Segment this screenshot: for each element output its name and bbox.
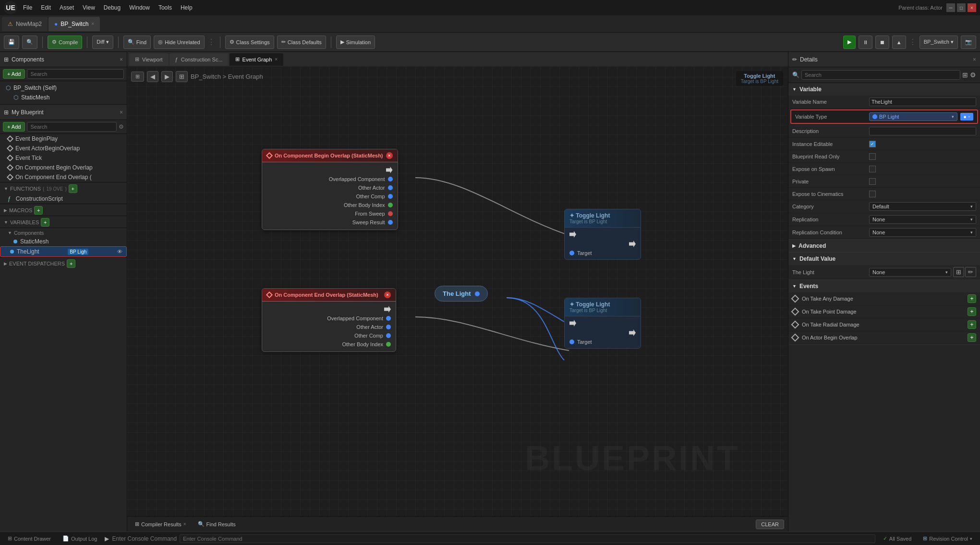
details-panel-close[interactable]: ×: [973, 56, 976, 63]
tab-bp-switch[interactable]: ● BP_Switch ×: [48, 17, 100, 31]
begin-overlap-close[interactable]: ×: [386, 152, 393, 159]
end-overlap-close[interactable]: ×: [384, 291, 391, 298]
menu-edit[interactable]: Edit: [37, 2, 55, 13]
advanced-section-header[interactable]: ▶ Advanced: [788, 240, 980, 252]
content-drawer-button[interactable]: ⊞ Content Drawer: [4, 534, 55, 543]
variable-type-select[interactable]: BP Light ▾: [869, 112, 957, 121]
take-any-damage-add-button[interactable]: +: [968, 294, 976, 303]
events-section-header[interactable]: ▼ Events: [788, 280, 980, 292]
var-thelight[interactable]: TheLight BP Ligh 👁: [0, 246, 127, 257]
class-settings-button[interactable]: ⚙ Class Settings: [225, 36, 274, 49]
details-settings-icon[interactable]: ⚙: [970, 71, 976, 79]
bp-event-tick[interactable]: Event Tick: [0, 153, 127, 163]
bp-construction-script[interactable]: ƒ ConstructionScript: [0, 194, 127, 204]
components-add-button[interactable]: + Add: [3, 69, 25, 79]
compile-button[interactable]: ⚙ Compile: [48, 36, 82, 49]
tab-event-graph[interactable]: ⊞ Event Graph ×: [230, 53, 284, 66]
bp-event-beginplay[interactable]: Event BeginPlay: [0, 134, 127, 144]
tree-item-staticmesh[interactable]: ⬡ StaticMesh: [0, 93, 127, 102]
close-button[interactable]: ×: [968, 3, 976, 12]
play-button[interactable]: ▶: [843, 36, 856, 49]
details-table-icon[interactable]: ⊞: [962, 71, 968, 79]
expose-cinematics-checkbox[interactable]: [869, 191, 876, 197]
tab-construction[interactable]: ƒ Construction Sc...: [169, 53, 229, 66]
expose-spawn-checkbox[interactable]: [869, 166, 876, 172]
bp-event-actor-begin-overlap[interactable]: Event ActorBeginOverlap: [0, 144, 127, 153]
variable-section-header[interactable]: ▼ Variable: [788, 83, 980, 96]
tab-bp-switch-close[interactable]: ×: [91, 21, 94, 26]
details-search-icon: 🔍: [792, 72, 799, 78]
class-defaults-button[interactable]: ✏ Class Defaults: [277, 36, 326, 49]
find-results-tab[interactable]: 🔍 Find Results: [194, 520, 240, 529]
diff-button[interactable]: Diff ▾: [92, 36, 113, 49]
variable-type-suffix[interactable]: ● ▾: [960, 113, 973, 121]
actor-begin-overlap-add-button[interactable]: +: [968, 333, 976, 342]
the-light-default-dropdown[interactable]: None ▾: [869, 268, 951, 277]
save-button[interactable]: 💾: [4, 36, 19, 49]
tab-newmap[interactable]: ⚠ NewMap2: [2, 17, 48, 31]
description-input[interactable]: [869, 127, 976, 135]
instance-editable-checkbox[interactable]: ✓: [869, 141, 876, 147]
menu-asset[interactable]: Asset: [56, 2, 78, 13]
nav-grid-button[interactable]: ⊞: [176, 71, 188, 82]
variables-add-button[interactable]: +: [41, 218, 49, 227]
dispatchers-add-button[interactable]: +: [67, 259, 75, 268]
the-light-edit-button[interactable]: ✏: [965, 267, 976, 277]
find-button[interactable]: 🔍 Find: [123, 36, 151, 49]
details-search-input[interactable]: [801, 70, 960, 80]
variable-name-input[interactable]: [869, 97, 976, 106]
camera-button[interactable]: 📷: [961, 36, 976, 49]
nav-forward-button[interactable]: ▶: [161, 71, 173, 82]
thelight-var-dot: [10, 250, 14, 254]
replication-dropdown[interactable]: None ▾: [869, 215, 976, 224]
nav-blueprint-button[interactable]: ⊞: [131, 72, 144, 82]
toggle-light-1-label: Toggle Light: [576, 212, 610, 219]
category-dropdown[interactable]: Default ▾: [869, 202, 976, 211]
my-blueprint-close[interactable]: ×: [120, 109, 123, 116]
maximize-button[interactable]: □: [957, 3, 966, 12]
tree-item-bp-switch[interactable]: ⬡ BP_Switch (Self): [0, 83, 127, 93]
menu-debug[interactable]: Debug: [100, 2, 124, 13]
components-panel-close[interactable]: ×: [120, 56, 123, 63]
menu-window[interactable]: Window: [125, 2, 154, 13]
tab-viewport[interactable]: ⊞ Viewport: [129, 53, 169, 66]
default-value-header[interactable]: ▼ Default Value: [788, 253, 980, 265]
private-checkbox[interactable]: [869, 178, 876, 185]
simulation-button[interactable]: ▶ Simulation: [336, 36, 375, 49]
menu-tools[interactable]: Tools: [155, 2, 176, 13]
components-search-input[interactable]: [27, 69, 124, 79]
menu-file[interactable]: File: [19, 2, 36, 13]
console-input[interactable]: [180, 534, 875, 543]
other-comp-pin-1: [388, 194, 393, 199]
replication-condition-dropdown[interactable]: None ▾: [869, 228, 976, 237]
functions-add-button[interactable]: +: [69, 184, 77, 193]
var-staticmesh[interactable]: StaticMesh: [0, 237, 127, 246]
take-radial-damage-add-button[interactable]: +: [968, 320, 976, 329]
revision-control-button[interactable]: ⊞ Revision Control ▾: [919, 534, 976, 543]
compiler-results-close[interactable]: ×: [183, 521, 186, 527]
pause-button[interactable]: ⏸: [859, 36, 872, 49]
take-point-damage-add-button[interactable]: +: [968, 307, 976, 316]
minimize-button[interactable]: ─: [946, 3, 955, 12]
bp-event-comp-begin-overlap[interactable]: On Component Begin Overlap: [0, 163, 127, 172]
menu-help[interactable]: Help: [177, 2, 196, 13]
the-light-browse-button[interactable]: ⊞: [953, 267, 964, 277]
bp-read-only-checkbox[interactable]: [869, 153, 876, 160]
browse-button[interactable]: 🔍: [22, 36, 37, 49]
my-blueprint-search-input[interactable]: [27, 122, 117, 132]
stop-button[interactable]: ⏹: [875, 36, 889, 49]
macros-add-button[interactable]: +: [34, 206, 43, 215]
step-button[interactable]: ▲: [892, 36, 906, 49]
blueprint-canvas[interactable]: ⊞ ◀ ▶ ⊞ BP_Switch > Event Graph Toggle L…: [127, 67, 788, 516]
event-graph-close[interactable]: ×: [275, 57, 278, 62]
hide-unrelated-button[interactable]: ◎ Hide Unrelated: [154, 36, 204, 49]
clear-button[interactable]: CLEAR: [756, 520, 784, 529]
bp-switch-selector[interactable]: BP_Switch ▾: [920, 36, 958, 49]
bp-event-comp-end-overlap[interactable]: On Component End Overlap (: [0, 172, 127, 182]
compiler-results-tab[interactable]: ⊞ Compiler Results ×: [131, 520, 190, 529]
my-blueprint-add-button[interactable]: + Add: [3, 122, 25, 132]
output-log-button[interactable]: 📄 Output Log: [59, 534, 101, 543]
nav-back-button[interactable]: ◀: [147, 71, 158, 82]
menu-view[interactable]: View: [79, 2, 99, 13]
my-blueprint-gear-button[interactable]: ⚙: [119, 123, 124, 130]
